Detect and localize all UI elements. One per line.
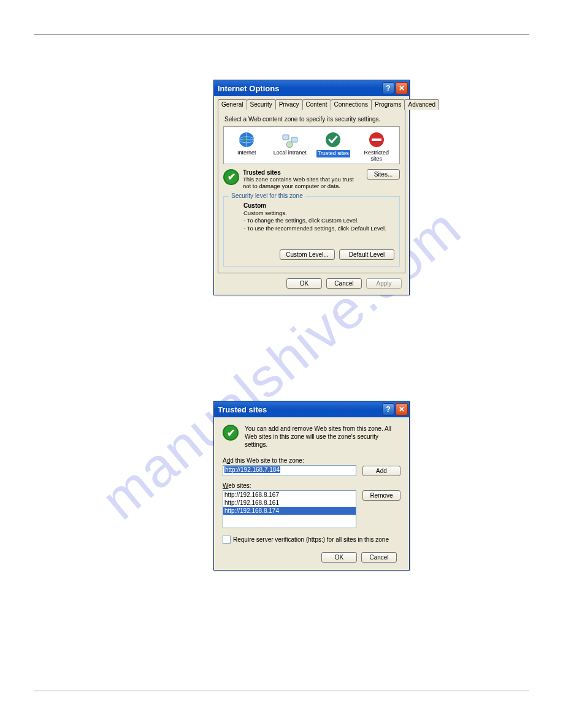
- websites-listbox[interactable]: http://192.168.8.167 http://192.168.8.16…: [223, 490, 356, 528]
- trusted-description: Trusted sites This zone contains Web sit…: [243, 169, 356, 190]
- svg-rect-2: [283, 135, 289, 140]
- sites-button[interactable]: Sites...: [367, 169, 400, 180]
- tab-privacy[interactable]: Privacy: [275, 99, 303, 110]
- add-site-label: Add this Web site to the zone:: [223, 457, 400, 464]
- checkmark-icon: ✔: [223, 425, 239, 441]
- remove-button[interactable]: Remove: [362, 490, 400, 501]
- titlebar[interactable]: Trusted sites ? ✕: [214, 401, 409, 417]
- tab-security[interactable]: Security: [247, 99, 276, 110]
- restricted-icon: [367, 131, 386, 149]
- globe-icon: [237, 131, 256, 149]
- default-level-button[interactable]: Default Level: [339, 249, 394, 260]
- close-icon[interactable]: ✕: [396, 403, 408, 415]
- info-text: You can add and remove Web sites from th…: [245, 425, 400, 449]
- apply-button[interactable]: Apply: [366, 278, 402, 289]
- tab-connections[interactable]: Connections: [331, 99, 372, 110]
- require-https-checkbox[interactable]: [223, 536, 231, 544]
- zone-internet[interactable]: Internet: [226, 131, 267, 162]
- page-rule-bottom: [34, 691, 529, 691]
- tab-strip: General Security Privacy Content Connect…: [218, 99, 405, 109]
- trusted-sites-dialog: Trusted sites ? ✕ ✔ You can add and remo…: [213, 401, 410, 571]
- ok-button[interactable]: OK: [321, 552, 357, 563]
- cancel-button[interactable]: Cancel: [361, 552, 397, 563]
- trusted-icon: [324, 131, 342, 149]
- custom-settings-text: Custom Custom settings. - To change the …: [243, 202, 394, 232]
- websites-label: Web sites:: [223, 482, 400, 489]
- tab-advanced[interactable]: Advanced: [404, 99, 439, 110]
- dialog-title: Internet Options: [218, 84, 381, 93]
- add-site-input[interactable]: http://192.168.7.184: [223, 465, 356, 476]
- cancel-button[interactable]: Cancel: [326, 278, 362, 289]
- list-item[interactable]: http://192.168.8.174: [223, 507, 356, 515]
- security-level-fieldset: Security level for this zone Custom Cust…: [223, 196, 400, 267]
- zone-selector: Internet Local intranet Trusted sites: [223, 126, 400, 164]
- zone-restricted-label: Restrictedsites: [356, 150, 397, 162]
- svg-rect-7: [372, 138, 381, 141]
- internet-options-dialog: Internet Options ? ✕ General Security Pr…: [213, 80, 410, 295]
- tab-general[interactable]: General: [218, 99, 247, 110]
- add-button[interactable]: Add: [362, 466, 400, 476]
- tab-content[interactable]: Content: [302, 99, 331, 110]
- list-item[interactable]: http://192.168.8.161: [223, 499, 356, 507]
- ok-button[interactable]: OK: [286, 278, 322, 289]
- zone-instruction: Select a Web content zone to specify its…: [224, 116, 400, 123]
- security-panel: Select a Web content zone to specify its…: [218, 109, 405, 273]
- zone-trusted-label: Trusted sites: [316, 150, 350, 157]
- dialog-title: Trusted sites: [218, 405, 381, 414]
- close-icon[interactable]: ✕: [396, 82, 408, 94]
- help-icon[interactable]: ?: [382, 82, 394, 94]
- intranet-icon: [281, 131, 299, 149]
- tab-programs[interactable]: Programs: [371, 99, 405, 110]
- zone-local-label: Local intranet: [269, 150, 311, 156]
- list-item[interactable]: http://192.168.8.167: [223, 491, 356, 499]
- custom-level-button[interactable]: Custom Level...: [280, 249, 335, 260]
- help-icon[interactable]: ?: [382, 403, 394, 415]
- require-https-label: Require server verification (https:) for…: [233, 536, 389, 543]
- checkmark-icon: ✔: [223, 169, 239, 185]
- zone-restricted-sites[interactable]: Restrictedsites: [356, 131, 397, 162]
- zone-local-intranet[interactable]: Local intranet: [269, 131, 311, 162]
- svg-point-4: [286, 142, 293, 148]
- security-level-legend: Security level for this zone: [229, 192, 305, 199]
- zone-trusted-sites[interactable]: Trusted sites: [312, 131, 354, 162]
- titlebar[interactable]: Internet Options ? ✕: [214, 80, 409, 96]
- page-rule-top: [34, 34, 529, 35]
- zone-internet-label: Internet: [226, 150, 267, 156]
- svg-rect-3: [291, 137, 297, 142]
